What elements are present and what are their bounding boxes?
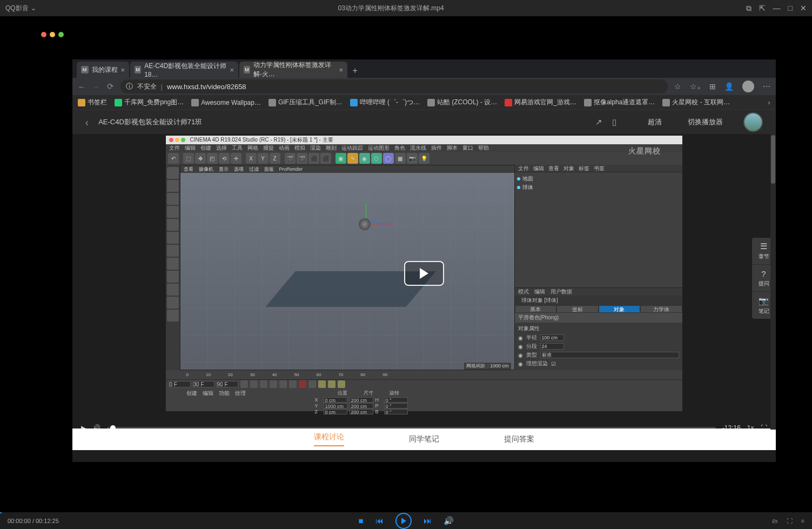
star-icon[interactable]: ☆ — [674, 82, 681, 91]
record-icon[interactable] — [299, 380, 306, 388]
menu-item[interactable]: 模拟 — [294, 144, 305, 152]
deformer-icon[interactable]: ◯ — [383, 153, 394, 164]
minimize-button[interactable]: — — [773, 4, 781, 12]
light-icon[interactable]: 💡 — [419, 153, 430, 164]
tool-icon[interactable] — [167, 310, 179, 322]
bookmark-item[interactable]: 站酷 (ZCOOL) - 设… — [427, 98, 497, 107]
collections-icon[interactable]: ⊞ — [709, 82, 716, 91]
render-settings-icon[interactable]: 🎬 — [297, 153, 307, 164]
bookmark-item[interactable]: 抠像alpha通道遮罩… — [584, 98, 655, 107]
qq-volume-button[interactable]: 🔊 — [444, 516, 454, 526]
menu-icon[interactable]: ⋯ — [763, 82, 770, 91]
array-icon[interactable]: ⬡ — [371, 153, 382, 164]
spline-icon[interactable]: ✎ — [347, 153, 358, 164]
prev-key-icon[interactable] — [250, 380, 258, 388]
key-scale-icon[interactable] — [328, 380, 335, 388]
tool-icon[interactable] — [167, 219, 179, 231]
vp-menu-item[interactable]: 查看 — [184, 166, 193, 173]
mobile-icon[interactable]: ▯ — [612, 117, 616, 127]
pin-icon[interactable]: ⇱ — [759, 4, 766, 12]
qq-next-button[interactable]: ⏭ — [424, 516, 432, 525]
tool-icon[interactable] — [167, 271, 179, 283]
browser-tab-active[interactable]: M动力学属性刚体标签激发详解-火…× — [239, 62, 347, 78]
to-start-icon[interactable] — [240, 380, 248, 388]
user-avatar[interactable] — [743, 112, 763, 132]
vp-menu-item[interactable]: ProRender — [279, 166, 303, 172]
profile-icon[interactable]: 👤 — [724, 82, 734, 91]
rotate-tool-icon[interactable]: ⟲ — [219, 153, 230, 164]
menu-item[interactable]: 插件 — [431, 144, 442, 152]
camera-icon[interactable]: 📷 — [407, 153, 418, 164]
key-pos-icon[interactable] — [318, 380, 326, 388]
size-y-input[interactable]: 200 cm — [350, 403, 373, 409]
next-key-icon[interactable] — [279, 380, 287, 388]
attr-tab-dynamics[interactable]: 力学体 — [640, 305, 682, 313]
rp-tab[interactable]: 书签 — [594, 165, 605, 172]
play-icon[interactable] — [270, 380, 277, 388]
menu-item[interactable]: 脚本 — [447, 144, 458, 152]
checkbox-icon[interactable]: ☑ — [551, 361, 556, 367]
tool-icon[interactable] — [167, 297, 179, 309]
bookmark-item[interactable]: 书签栏 — [78, 98, 107, 107]
rp-tab[interactable]: 文件 — [518, 165, 529, 172]
attr-section[interactable]: 平滑着色(Phong) — [515, 313, 682, 323]
course-back-button[interactable]: ‹ — [85, 116, 89, 129]
key-rot-icon[interactable] — [338, 380, 345, 388]
timeline[interactable]: 0 10 20 30 40 50 60 70 80 90 — [166, 370, 682, 380]
browser-tab[interactable]: MAE-C4D影视包装全能设计师18…× — [130, 62, 238, 78]
object-manager[interactable]: 地面 球体 — [515, 172, 682, 287]
rot-b-input[interactable]: 0 ° — [384, 409, 408, 414]
tool-icon[interactable] — [167, 258, 179, 270]
segments-input[interactable] — [540, 343, 564, 350]
rot-h-input[interactable]: 0 ° — [384, 397, 408, 403]
vp-menu-item[interactable]: 选项 — [234, 166, 244, 173]
to-end-icon[interactable] — [289, 380, 297, 388]
course-video[interactable]: CINEMA 4D R19.024 Studio (RC - R19) - [未… — [166, 136, 682, 411]
menu-item[interactable]: 雕刻 — [326, 144, 337, 152]
frame-start-input[interactable]: 0 F — [169, 381, 191, 387]
menu-item[interactable]: 角色 — [394, 144, 405, 152]
panel-tab[interactable]: 纹理 — [235, 390, 246, 410]
open-external-icon[interactable]: ↗ — [595, 117, 602, 127]
new-tab-button[interactable]: + — [348, 64, 361, 78]
nav-back-button[interactable]: ← — [78, 82, 86, 91]
scale-tool-icon[interactable]: ◰ — [207, 153, 218, 164]
floor-icon[interactable]: ▦ — [395, 153, 406, 164]
bookmark-item[interactable]: Awesome Wallpap… — [191, 99, 261, 106]
size-x-input[interactable]: 200 cm — [350, 397, 373, 403]
menu-item[interactable]: 运动跟踪 — [341, 144, 363, 152]
qq-menu-button[interactable]: ≡ — [801, 518, 804, 524]
maximize-button[interactable]: □ — [788, 4, 793, 12]
tool-icon[interactable] — [167, 284, 179, 296]
favorites-icon[interactable]: ☆₊ — [690, 82, 701, 91]
tab-discuss[interactable]: 课程讨论 — [314, 432, 344, 446]
switch-player-button[interactable]: 切换播放器 — [688, 117, 723, 127]
autokey-icon[interactable] — [308, 380, 316, 388]
attr-tab[interactable]: 用户数据 — [551, 288, 572, 296]
tool-icon[interactable]: ⬛ — [308, 153, 319, 164]
nav-forward-button[interactable]: → — [92, 82, 100, 91]
pos-z-input[interactable]: 0 cm — [324, 409, 347, 414]
panel-tab[interactable]: 功能 — [219, 390, 230, 410]
rp-tab[interactable]: 标签 — [579, 165, 589, 172]
app-name[interactable]: QQ影音 ⌄ — [5, 4, 36, 13]
nav-refresh-button[interactable]: ⟳ — [107, 82, 114, 91]
menu-item[interactable]: 流水线 — [410, 144, 426, 152]
vp-menu-item[interactable]: 面板 — [264, 166, 274, 173]
pos-y-input[interactable]: 1000 cm — [324, 403, 347, 409]
pip-icon[interactable]: ⧉ — [746, 4, 751, 13]
object-row[interactable]: 地面 — [517, 175, 680, 183]
tool-icon[interactable] — [167, 245, 179, 257]
url-field[interactable]: ⓘ 不安全 | www.hxsd.tv/video/82658 — [120, 79, 668, 93]
tool-icon[interactable] — [167, 206, 179, 218]
primitive-icon[interactable]: ▣ — [335, 153, 346, 164]
attr-tab[interactable]: 编辑 — [534, 288, 545, 296]
nurbs-icon[interactable]: ◉ — [359, 153, 370, 164]
menu-item[interactable]: 运动图形 — [368, 144, 390, 152]
menu-item[interactable]: 帮助 — [478, 144, 489, 152]
menu-item[interactable]: 工具 — [232, 144, 243, 152]
type-select[interactable] — [540, 352, 679, 358]
vp-menu-item[interactable]: 显示 — [219, 166, 229, 173]
bookmark-item[interactable]: 火星网校 - 互联网… — [662, 98, 730, 107]
menu-item[interactable]: 创建 — [200, 144, 211, 152]
